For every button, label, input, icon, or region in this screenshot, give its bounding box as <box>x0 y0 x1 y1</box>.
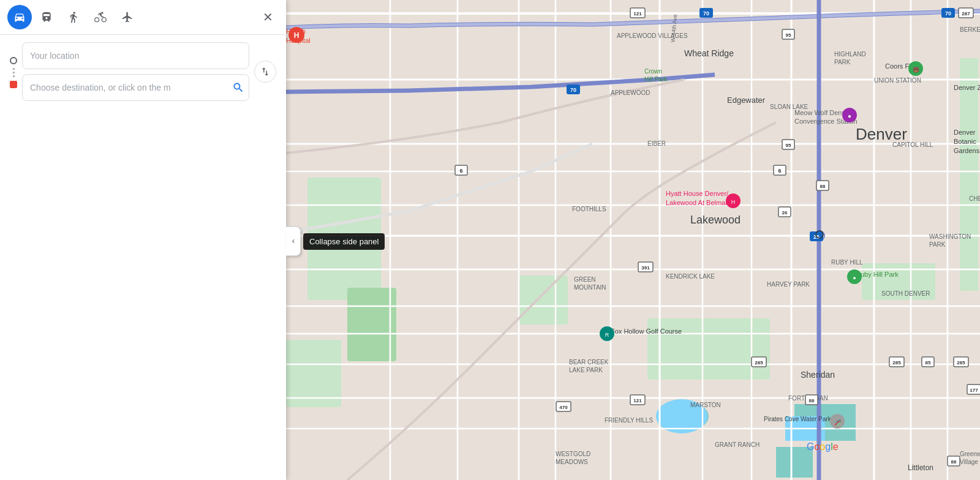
svg-rect-3 <box>347 288 396 361</box>
svg-text:CHERRY CREEK: CHERRY CREEK <box>969 195 980 202</box>
svg-text:WASHINGTON: WASHINGTON <box>929 233 971 240</box>
svg-text:●: ● <box>848 113 851 119</box>
svg-text:RUBY HILL: RUBY HILL <box>831 259 863 266</box>
svg-text:285: 285 <box>957 360 965 366</box>
inputs-stack <box>22 42 249 101</box>
svg-text:95: 95 <box>786 32 791 38</box>
driving-mode-button[interactable] <box>7 5 32 29</box>
svg-text:🎢: 🎢 <box>834 419 842 426</box>
svg-text:MEADOWS: MEADOWS <box>556 459 588 465</box>
svg-text:Gardens: Gardens <box>954 147 980 154</box>
route-icons <box>10 56 17 88</box>
map-area[interactable]: ○ Denver Wheat Ridge Edgewater Lakewood … <box>286 0 980 480</box>
svg-text:🐻: 🐻 <box>913 66 920 73</box>
svg-text:95: 95 <box>786 143 791 148</box>
route-inputs <box>0 35 286 111</box>
svg-text:CAPITOL HILL: CAPITOL HILL <box>892 141 933 148</box>
svg-text:Botanic: Botanic <box>954 138 976 145</box>
svg-text:Hyatt House Denver/: Hyatt House Denver/ <box>666 190 729 197</box>
svg-text:Edgewater: Edgewater <box>727 96 766 105</box>
svg-text:UNION STATION: UNION STATION <box>874 77 921 84</box>
svg-text:121: 121 <box>633 11 642 17</box>
walking-mode-button[interactable] <box>61 5 86 29</box>
destination-dot <box>10 81 17 88</box>
cycling-mode-button[interactable] <box>88 5 113 29</box>
svg-text:70: 70 <box>945 10 951 17</box>
svg-rect-1 <box>307 178 381 300</box>
svg-text:KENDRICK LAKE: KENDRICK LAKE <box>666 273 715 280</box>
svg-text:FOOTHILLS: FOOTHILLS <box>572 206 606 212</box>
svg-text:LAKE PARK: LAKE PARK <box>569 367 603 373</box>
flight-mode-button[interactable] <box>115 5 140 29</box>
svg-text:●: ● <box>853 275 856 281</box>
svg-text:Denver: Denver <box>856 125 907 143</box>
svg-text:Denver Zoo: Denver Zoo <box>954 84 980 91</box>
svg-text:70: 70 <box>570 87 576 93</box>
svg-text:FRIENDLY HILLS: FRIENDLY HILLS <box>605 417 653 424</box>
svg-rect-2 <box>286 340 341 407</box>
svg-rect-5 <box>519 276 568 324</box>
svg-text:HIGHLAND: HIGHLAND <box>834 51 866 58</box>
svg-text:PARK: PARK <box>834 59 851 66</box>
svg-text:Crown: Crown <box>644 68 662 75</box>
svg-text:H: H <box>294 31 300 40</box>
svg-text:MOUNTAIN: MOUNTAIN <box>574 284 606 291</box>
svg-text:Greenwood: Greenwood <box>960 451 980 457</box>
origin-input[interactable] <box>22 42 249 69</box>
transport-bar: ✕ <box>0 0 286 35</box>
svg-text:285: 285 <box>755 360 763 366</box>
svg-text:Hill Park: Hill Park <box>644 76 668 83</box>
svg-rect-9 <box>960 58 978 291</box>
svg-text:470: 470 <box>559 405 568 410</box>
svg-text:Sheridan: Sheridan <box>801 370 835 380</box>
svg-text:70: 70 <box>703 10 709 17</box>
origin-dot <box>10 57 17 64</box>
swap-directions-button[interactable] <box>254 61 276 83</box>
svg-text:APPLEWOOD VILLAGES: APPLEWOOD VILLAGES <box>617 32 688 39</box>
svg-text:Google: Google <box>807 441 839 452</box>
svg-text:GREEN: GREEN <box>574 276 596 283</box>
svg-text:GRANT RANCH: GRANT RANCH <box>715 441 760 448</box>
svg-text:BEAR CREEK: BEAR CREEK <box>569 359 609 366</box>
svg-text:HARVEY PARK: HARVEY PARK <box>767 281 810 288</box>
svg-text:121: 121 <box>633 398 642 403</box>
svg-text:6: 6 <box>459 168 462 174</box>
svg-text:SOUTH DENVER: SOUTH DENVER <box>881 290 930 297</box>
transit-mode-button[interactable] <box>34 5 59 29</box>
route-divider <box>13 68 15 77</box>
svg-text:6: 6 <box>778 168 781 174</box>
svg-text:Denver: Denver <box>954 129 976 136</box>
close-directions-button[interactable]: ✕ <box>257 6 279 28</box>
svg-text:WESTGOLD: WESTGOLD <box>556 451 590 457</box>
svg-text:Ruby Hill Park: Ruby Hill Park <box>856 271 899 278</box>
svg-text:EIBER: EIBER <box>647 140 666 147</box>
svg-text:R: R <box>605 332 609 338</box>
collapse-btn-wrapper: Collapse side panel <box>286 227 301 256</box>
svg-text:391: 391 <box>641 265 650 271</box>
svg-text:88: 88 <box>951 459 957 465</box>
destination-input-wrapper <box>22 74 249 101</box>
svg-text:Village: Village <box>960 459 978 465</box>
side-panel: ✕ <box>0 0 286 480</box>
destination-input[interactable] <box>22 74 249 101</box>
svg-text:Fox Hollow Golf Course: Fox Hollow Golf Course <box>611 328 682 335</box>
svg-text:Pirates Cove Water Park: Pirates Cove Water Park <box>764 416 832 422</box>
search-button[interactable] <box>232 81 244 94</box>
svg-text:85: 85 <box>925 360 931 366</box>
collapse-side-panel-button[interactable] <box>286 227 301 256</box>
svg-text:88: 88 <box>809 398 815 403</box>
svg-text:Littleton: Littleton <box>908 463 933 472</box>
svg-text:Lakewood At Belmar: Lakewood At Belmar <box>666 199 728 206</box>
svg-text:Wheat Ridge: Wheat Ridge <box>684 48 734 58</box>
svg-text:88: 88 <box>820 184 826 189</box>
svg-text:H: H <box>731 199 736 205</box>
svg-text:APPLEWOOD: APPLEWOOD <box>611 89 650 96</box>
svg-text:26: 26 <box>782 210 788 216</box>
svg-text:BERKELEY: BERKELEY <box>960 26 980 33</box>
svg-text:Lakewood: Lakewood <box>690 214 741 226</box>
svg-text:MARSTON: MARSTON <box>690 402 721 408</box>
svg-text:PARK: PARK <box>929 241 946 248</box>
svg-text:287: 287 <box>962 11 970 17</box>
svg-text:285: 285 <box>892 360 901 366</box>
svg-text:177: 177 <box>970 388 978 393</box>
